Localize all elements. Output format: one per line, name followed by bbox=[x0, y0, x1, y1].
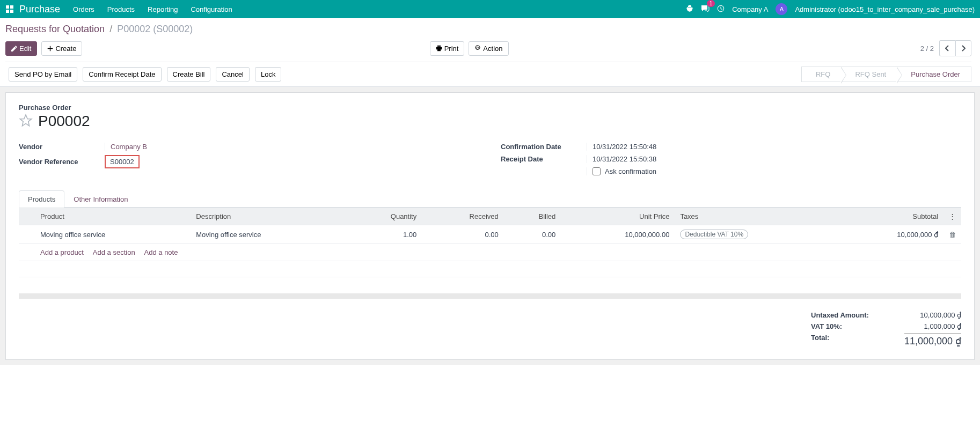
cell-quantity: 1.00 bbox=[347, 225, 422, 244]
cell-billed: 0.00 bbox=[504, 225, 561, 244]
status-rfq[interactable]: RFQ bbox=[801, 67, 841, 82]
cancel-button[interactable]: Cancel bbox=[216, 67, 249, 82]
menu-orders[interactable]: Orders bbox=[73, 5, 94, 13]
vendor-value[interactable]: Company B bbox=[105, 143, 479, 151]
add-section-link[interactable]: Add a section bbox=[93, 248, 135, 256]
record-title: P00002 bbox=[38, 113, 90, 130]
vat-value: 1,000,000 ₫ bbox=[924, 322, 961, 330]
create-bill-button[interactable]: Create Bill bbox=[167, 67, 211, 82]
receipt-date-label: Receipt Date bbox=[501, 155, 587, 163]
breadcrumb-current: P00002 (S00002) bbox=[117, 24, 193, 34]
title-row: P00002 bbox=[19, 113, 961, 130]
delete-row-icon[interactable]: 🗑 bbox=[949, 231, 956, 239]
cell-description: Moving office service bbox=[191, 225, 346, 244]
print-button[interactable]: Print bbox=[430, 41, 465, 56]
vendor-ref-label: Vendor Reference bbox=[19, 158, 105, 166]
menu-configuration[interactable]: Configuration bbox=[191, 5, 232, 13]
col-subtotal: Subtotal bbox=[837, 208, 944, 225]
control-panel: Requests for Quotation / P00002 (S00002)… bbox=[0, 18, 980, 62]
pager-prev[interactable] bbox=[939, 40, 955, 56]
menu-reporting[interactable]: Reporting bbox=[148, 5, 178, 13]
pager: 2 / 2 bbox=[920, 40, 971, 56]
col-product: Product bbox=[35, 208, 191, 225]
col-unit-price: Unit Price bbox=[561, 208, 675, 225]
add-links: Add a product Add a section Add a note bbox=[35, 244, 961, 261]
col-billed: Billed bbox=[504, 208, 561, 225]
form-left: Vendor Company B Vendor Reference S00002 bbox=[19, 141, 479, 178]
cell-unit-price: 10,000,000.00 bbox=[561, 225, 675, 244]
form-sheet: Purchase Order P00002 Vendor Company B V… bbox=[5, 92, 975, 360]
breadcrumb: Requests for Quotation / P00002 (S00002) bbox=[5, 24, 971, 35]
untaxed-label: Untaxed Amount: bbox=[811, 311, 869, 319]
user-menu[interactable]: Administrator (odoo15_to_inter_company_s… bbox=[795, 5, 975, 13]
form-grid: Vendor Company B Vendor Reference S00002… bbox=[19, 141, 961, 178]
add-product-link[interactable]: Add a product bbox=[40, 248, 84, 256]
col-options-icon[interactable]: ⋮ bbox=[944, 208, 961, 225]
favorite-star-icon[interactable] bbox=[19, 114, 33, 129]
confirmation-date-value: 10/31/2022 15:50:48 bbox=[587, 143, 961, 151]
vendor-label: Vendor bbox=[19, 143, 105, 151]
nav-right: 1 Company A A Administrator (odoo15_to_i… bbox=[686, 3, 975, 15]
main-menu: Orders Products Reporting Configuration bbox=[73, 5, 232, 13]
ask-confirmation-checkbox[interactable] bbox=[593, 167, 601, 175]
order-lines-table: Product Description Quantity Received Bi… bbox=[19, 208, 961, 277]
messages-badge: 1 bbox=[707, 0, 715, 7]
action-label: Action bbox=[483, 45, 502, 53]
tabs: Products Other Information bbox=[19, 190, 961, 208]
cell-taxes: Deductible VAT 10% bbox=[675, 225, 837, 244]
cell-subtotal: 10,000,000 ₫ bbox=[837, 225, 944, 244]
svg-rect-1 bbox=[10, 5, 13, 9]
total-value: 11,000,000 ₫ bbox=[904, 334, 961, 347]
statusbar-buttons: Send PO by Email Confirm Receipt Date Cr… bbox=[9, 67, 281, 82]
messages-icon[interactable]: 1 bbox=[701, 4, 710, 14]
lock-button[interactable]: Lock bbox=[255, 67, 281, 82]
untaxed-value: 10,000,000 ₫ bbox=[920, 311, 961, 319]
action-button[interactable]: Action bbox=[469, 41, 508, 56]
tab-other-information[interactable]: Other Information bbox=[64, 190, 137, 208]
sheet-wrap: Purchase Order P00002 Vendor Company B V… bbox=[0, 87, 980, 365]
avatar[interactable]: A bbox=[776, 3, 787, 15]
totals: Untaxed Amount: 10,000,000 ₫ VAT 10%: 1,… bbox=[811, 309, 961, 349]
add-note-link[interactable]: Add a note bbox=[144, 248, 178, 256]
menu-products[interactable]: Products bbox=[107, 5, 135, 13]
activity-icon[interactable] bbox=[717, 5, 725, 14]
status-purchase-order[interactable]: Purchase Order bbox=[897, 67, 971, 82]
edit-label: Edit bbox=[19, 45, 31, 53]
topnav: Purchase Orders Products Reporting Confi… bbox=[0, 0, 980, 18]
app-brand[interactable]: Purchase bbox=[19, 4, 60, 15]
col-quantity: Quantity bbox=[347, 208, 422, 225]
pager-text: 2 / 2 bbox=[920, 45, 934, 53]
pager-next[interactable] bbox=[955, 40, 971, 56]
apps-icon[interactable] bbox=[5, 5, 14, 13]
tab-products[interactable]: Products bbox=[19, 190, 64, 208]
actions-row: Edit Create Print Action 2 / 2 bbox=[5, 40, 971, 62]
col-taxes: Taxes bbox=[675, 208, 837, 225]
confirmation-date-label: Confirmation Date bbox=[501, 143, 587, 151]
create-label: Create bbox=[55, 45, 76, 53]
svg-rect-2 bbox=[6, 10, 9, 13]
col-description: Description bbox=[191, 208, 346, 225]
table-row[interactable]: Moving office service Moving office serv… bbox=[19, 225, 961, 244]
print-label: Print bbox=[444, 45, 459, 53]
confirm-receipt-button[interactable]: Confirm Receipt Date bbox=[83, 67, 161, 82]
breadcrumb-root[interactable]: Requests for Quotation bbox=[5, 24, 105, 34]
vendor-ref-value: S00002 bbox=[105, 155, 140, 168]
tax-tag: Deductible VAT 10% bbox=[680, 230, 748, 239]
create-button[interactable]: Create bbox=[41, 41, 82, 56]
cell-product: Moving office service bbox=[35, 225, 191, 244]
svg-rect-3 bbox=[10, 10, 13, 13]
form-right: Confirmation Date 10/31/2022 15:50:48 Re… bbox=[501, 141, 961, 178]
title-label: Purchase Order bbox=[19, 104, 961, 112]
debug-icon[interactable] bbox=[686, 5, 693, 14]
vat-label: VAT 10%: bbox=[811, 322, 842, 330]
company-selector[interactable]: Company A bbox=[732, 5, 768, 13]
send-po-button[interactable]: Send PO by Email bbox=[9, 67, 77, 82]
edit-button[interactable]: Edit bbox=[5, 41, 37, 56]
cell-received: 0.00 bbox=[422, 225, 504, 244]
col-received: Received bbox=[422, 208, 504, 225]
receipt-date-value: 10/31/2022 15:50:38 bbox=[587, 155, 961, 163]
ask-confirmation-label: Ask confirmation bbox=[605, 167, 656, 175]
breadcrumb-sep: / bbox=[109, 24, 112, 34]
status-rfq-sent[interactable]: RFQ Sent bbox=[841, 67, 897, 82]
spacer-bar bbox=[19, 293, 961, 299]
